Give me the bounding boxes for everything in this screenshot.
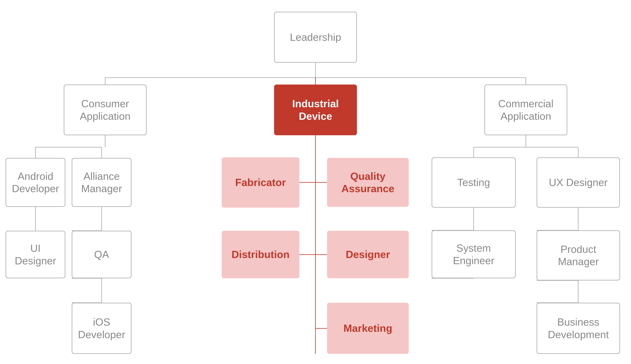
node-label-marketing: Marketing <box>343 322 392 334</box>
node-label-business-development: BusinessDevelopment <box>548 316 609 341</box>
node-label-quality-assurance: QualityAssurance <box>341 170 394 195</box>
node-testing: Testing <box>432 157 516 208</box>
node-label-commercial-application: CommercialApplication <box>498 98 553 122</box>
node-label-ui-designer: UI Designer <box>10 242 61 267</box>
node-label-distribution: Distribution <box>232 248 290 260</box>
node-ux-designer: UX Designer <box>537 157 620 208</box>
org-chart: Leadership Consumer Application Industri… <box>0 0 631 364</box>
node-business-development: BusinessDevelopment <box>537 303 620 354</box>
node-label-qa: QA <box>94 248 109 260</box>
node-label-product-manager: ProductManager <box>558 243 599 268</box>
node-label-testing: Testing <box>457 176 490 188</box>
node-quality-assurance: QualityAssurance <box>327 158 409 207</box>
node-label-ux-designer: UX Designer <box>549 176 608 188</box>
node-distribution: Distribution <box>222 231 299 278</box>
node-commercial-application: CommercialApplication <box>484 84 567 135</box>
node-designer: Designer <box>327 231 409 278</box>
node-label-industrial-device: IndustrialDevice <box>292 98 339 122</box>
node-android-developer: AndroidDeveloper <box>6 158 65 207</box>
node-qa: QA <box>72 231 131 278</box>
node-alliance-manager: AllianceManager <box>72 158 131 207</box>
node-industrial-device: IndustrialDevice <box>274 84 357 135</box>
node-label-system-engineer: SystemEngineer <box>453 242 494 267</box>
node-label-consumer-application: Consumer Application <box>80 98 130 122</box>
node-system-engineer: SystemEngineer <box>432 230 516 278</box>
node-product-manager: ProductManager <box>537 230 620 280</box>
node-label-leadership: Leadership <box>290 31 341 43</box>
node-label-designer: Designer <box>346 248 390 260</box>
node-ios-developer: iOSDeveloper <box>72 303 131 354</box>
node-marketing: Marketing <box>327 303 409 354</box>
node-label-alliance-manager: AllianceManager <box>81 170 122 195</box>
node-label-fabricator: Fabricator <box>235 176 286 188</box>
node-fabricator: Fabricator <box>222 157 299 208</box>
node-label-android-developer: AndroidDeveloper <box>12 170 59 195</box>
node-leadership: Leadership <box>274 12 357 63</box>
node-consumer-application: Consumer Application <box>64 84 147 135</box>
node-label-ios-developer: iOSDeveloper <box>78 316 125 341</box>
node-ui-designer: UI Designer <box>6 231 65 278</box>
